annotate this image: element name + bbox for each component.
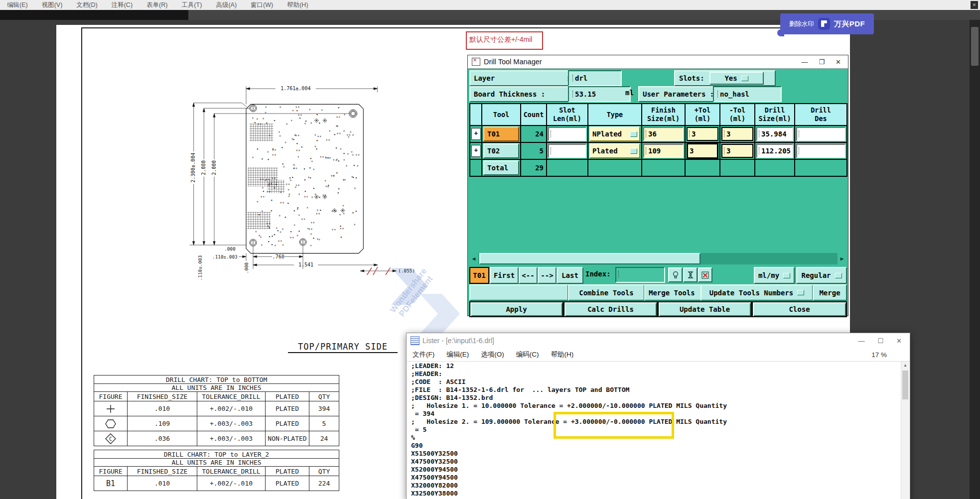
total-count: 29 — [521, 159, 547, 176]
menu-window[interactable]: 窗口(W) — [244, 1, 280, 9]
minus-tol-input[interactable]: 3 — [721, 144, 753, 158]
menu-comment[interactable]: 注释(C) — [105, 1, 140, 9]
close-button[interactable]: Close — [752, 301, 847, 317]
wait-hourglass-button[interactable] — [683, 267, 698, 282]
dtm-close-icon[interactable]: ✕ — [836, 58, 841, 66]
highlight-bulb-button[interactable] — [668, 267, 683, 282]
next-button[interactable]: --> — [538, 267, 557, 284]
prev-button[interactable]: <-- — [519, 267, 538, 284]
svg-text:+: + — [334, 228, 336, 232]
menu-document[interactable]: 文档(D) — [69, 1, 104, 9]
tool-t02-button[interactable]: T02 — [483, 143, 519, 158]
dim-760-label: .760 — [273, 254, 284, 259]
svg-text:+: + — [268, 183, 270, 187]
first-button[interactable]: First — [490, 267, 519, 284]
index-input[interactable] — [615, 267, 665, 283]
svg-text:■: ■ — [296, 110, 297, 112]
svg-text:+: + — [343, 158, 345, 162]
scroll-right-icon[interactable]: ▶ — [838, 253, 846, 264]
type-dropdown[interactable]: NPlated — [589, 126, 640, 141]
svg-text:+: + — [318, 212, 320, 216]
svg-text:+: + — [298, 213, 300, 217]
svg-text:+: + — [307, 175, 309, 179]
layer-input[interactable]: drl — [568, 70, 622, 86]
lister-menu-encoding[interactable]: 编码(C) — [510, 350, 545, 359]
menu-tools[interactable]: 工具(T) — [174, 1, 209, 9]
dtm-scrollbar-thumb[interactable] — [479, 253, 700, 264]
slot-len-input[interactable] — [548, 144, 586, 158]
lister-percent-indicator: 17 % — [871, 351, 910, 359]
lister-close-icon[interactable]: ✕ — [896, 337, 902, 345]
plus-tol-input-focused[interactable]: 3 — [687, 143, 718, 159]
lister-menu-edit[interactable]: 编辑(E) — [440, 350, 475, 359]
svg-text:+: + — [352, 153, 354, 157]
slots-dropdown[interactable]: Yes — [709, 72, 764, 85]
menu-advanced[interactable]: 高级(A) — [209, 1, 244, 9]
lister-scrollbar-thumb[interactable] — [902, 371, 908, 399]
dtm-window-icon — [472, 58, 480, 66]
menu-view[interactable]: 视图(V) — [35, 1, 70, 9]
svg-text:■: ■ — [317, 139, 318, 141]
lister-title-bar[interactable]: Lister - [e:\input\1-6.drl] — ☐ ✕ — [407, 333, 910, 348]
menu-edit[interactable]: 编辑(E) — [0, 1, 35, 9]
lister-menu-bar: 文件(F) 编辑(E) 选项(O) 编码(C) 帮助(H) 17 % — [407, 348, 910, 362]
drill-des-input[interactable] — [796, 144, 845, 158]
dtm-title-bar[interactable]: Drill Tool Manager — ❐ ✕ — [468, 55, 848, 69]
board-thickness-input[interactable]: 53.15 — [568, 86, 631, 102]
merge-mode-dropdown[interactable]: Update Tools Numbers — [700, 284, 813, 301]
lister-minimize-button[interactable]: — — [858, 337, 864, 345]
tool-t01-button[interactable]: T01 — [483, 126, 519, 141]
slot-len-input[interactable] — [548, 127, 586, 141]
scroll-up-icon[interactable]: ▲ — [901, 362, 909, 370]
combine-tools-button[interactable]: Combine Tools — [568, 284, 645, 301]
dtm-horizontal-scrollbar[interactable]: ◀ ▶ — [469, 253, 846, 264]
units-dropdown[interactable]: ml/my — [754, 267, 795, 284]
update-table-button[interactable]: Update Table — [658, 301, 752, 317]
svg-text:+: + — [314, 144, 316, 148]
lister-menu-options[interactable]: 选项(O) — [475, 350, 510, 359]
svg-text:+: + — [339, 131, 341, 135]
calc-drills-button[interactable]: Calc Drills — [563, 301, 658, 317]
merge-button[interactable]: Merge — [813, 284, 847, 301]
table-row-total: Total 29 — [470, 159, 847, 176]
minus-tol-input[interactable]: 3 — [721, 127, 753, 141]
dtm-minimize-button[interactable]: — — [801, 58, 808, 66]
lister-maximize-button[interactable]: ☐ — [877, 337, 883, 345]
pdf-scrollbar-thumb[interactable] — [971, 27, 979, 66]
svg-text:+: + — [303, 217, 305, 221]
finish-size-input[interactable]: 109 — [643, 144, 684, 158]
user-parameters-input[interactable]: no_hasl — [713, 86, 782, 102]
svg-text:+: + — [288, 194, 290, 198]
row-select-button[interactable]: + — [471, 145, 481, 157]
svg-text:■: ■ — [274, 234, 275, 236]
lister-menu-help[interactable]: 帮助(H) — [545, 350, 580, 359]
menu-help[interactable]: 帮助(H) — [280, 1, 315, 9]
dtm-maximize-button[interactable]: ❐ — [819, 58, 825, 66]
lister-menu-file[interactable]: 文件(F) — [407, 350, 440, 359]
finish-size-input[interactable]: 36 — [643, 127, 684, 141]
lister-vertical-scrollbar[interactable]: ▲ — [901, 362, 909, 499]
remove-watermark-button[interactable]: 删除水印 万兴PDF — [780, 13, 874, 34]
svg-text:■: ■ — [262, 158, 263, 160]
svg-text:+: + — [294, 185, 296, 189]
apply-button[interactable]: Apply — [469, 301, 563, 317]
drill-des-input[interactable] — [796, 127, 845, 141]
app-close-button[interactable]: ✕ — [971, 1, 978, 9]
pdf-vertical-scrollbar[interactable] — [970, 20, 980, 499]
drill-size-input[interactable]: 112.205 — [756, 144, 793, 158]
cancel-x-button[interactable] — [698, 267, 712, 282]
svg-text:■: ■ — [274, 120, 275, 122]
plus-tol-input[interactable]: 3 — [687, 127, 718, 141]
row-select-button[interactable]: + — [471, 128, 481, 140]
menu-form[interactable]: 表单(R) — [140, 1, 174, 9]
type-dropdown[interactable]: Plated — [589, 143, 640, 158]
last-button[interactable]: Last — [557, 267, 583, 284]
svg-text:+: + — [288, 182, 290, 186]
mode-dropdown[interactable]: Regular — [796, 267, 847, 284]
scroll-left-icon[interactable]: ◀ — [469, 253, 478, 264]
svg-text:■: ■ — [271, 199, 272, 201]
hourglass-icon — [687, 271, 694, 279]
drill-size-input[interactable]: 35.984 — [756, 127, 793, 141]
svg-text:■: ■ — [269, 227, 270, 229]
svg-text:■: ■ — [268, 241, 269, 243]
